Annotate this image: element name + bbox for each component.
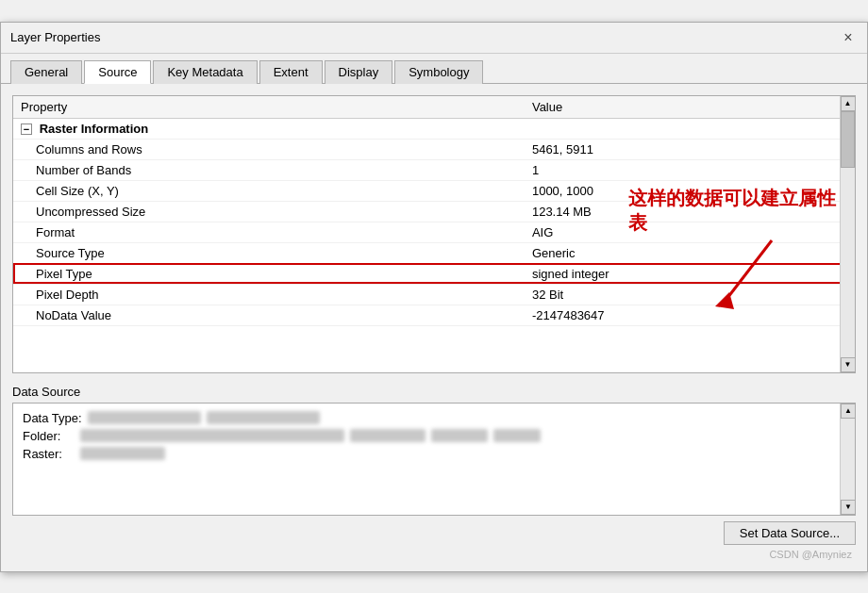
tab-key-metadata[interactable]: Key Metadata <box>153 60 257 84</box>
value-cell: -2147483647 <box>525 305 855 325</box>
value-cell: 32 Bit <box>525 284 855 305</box>
ds-type-label: Data Type: <box>23 411 82 425</box>
props-scrollbar[interactable]: ▲ ▼ <box>840 96 855 372</box>
collapse-icon[interactable]: − <box>21 124 32 135</box>
ds-folder-value3 <box>431 429 488 442</box>
ds-scrollbar-down[interactable]: ▼ <box>841 500 856 515</box>
property-cell: Format <box>13 222 525 242</box>
ds-scrollbar[interactable]: ▲ ▼ <box>840 404 855 515</box>
ds-raster-label: Raster: <box>23 447 75 461</box>
dialog-title: Layer Properties <box>10 30 100 44</box>
scrollbar-thumb[interactable] <box>841 111 855 168</box>
table-row: NoData Value -2147483647 <box>13 305 855 325</box>
value-cell: 1000, 1000 <box>525 180 855 201</box>
value-cell: 5461, 5911 <box>525 139 855 159</box>
ds-scrollbar-up[interactable]: ▲ <box>841 404 856 419</box>
data-source-box: Data Type: Folder: Raster: ▲ <box>12 403 856 516</box>
value-cell: Generic <box>525 242 855 263</box>
button-row: Set Data Source... <box>12 516 856 547</box>
data-source-label: Data Source <box>12 385 856 399</box>
ds-raster-value <box>80 447 165 460</box>
value-cell: 123.14 MB <box>525 201 855 222</box>
tab-extent[interactable]: Extent <box>259 60 323 84</box>
section-label: Raster Information <box>40 122 149 136</box>
ds-folder-label: Folder: <box>23 429 75 443</box>
layer-properties-dialog: Layer Properties × General Source Key Me… <box>0 22 868 572</box>
tab-content: Property Value − Raster Information <box>1 84 867 571</box>
tab-bar: General Source Key Metadata Extent Displ… <box>1 54 867 84</box>
value-cell: AIG <box>525 222 855 242</box>
close-button[interactable]: × <box>839 28 858 47</box>
ds-type-value2 <box>207 411 320 424</box>
property-cell: Pixel Depth <box>13 284 525 305</box>
ds-folder-line: Folder: <box>23 429 845 443</box>
property-cell: Cell Size (X, Y) <box>13 180 525 201</box>
property-cell: Pixel Type <box>13 263 525 284</box>
col-property-header: Property <box>13 96 525 119</box>
property-cell: NoData Value <box>13 305 525 325</box>
value-cell: 1 <box>525 159 855 180</box>
scrollbar-up-arrow[interactable]: ▲ <box>841 96 856 111</box>
value-cell: signed integer <box>525 263 855 284</box>
title-bar: Layer Properties × <box>1 23 867 54</box>
ds-folder-value <box>80 429 344 442</box>
table-row: Pixel Depth 32 Bit <box>13 284 855 305</box>
property-cell: Number of Bands <box>13 159 525 180</box>
ds-raster-line: Raster: <box>23 447 845 461</box>
watermark: CSDN @Amyniez <box>12 547 856 560</box>
table-row: Uncompressed Size 123.14 MB <box>13 201 855 222</box>
set-data-source-button[interactable]: Set Data Source... <box>724 521 856 545</box>
section-header-row: − Raster Information <box>13 118 855 139</box>
property-cell: Columns and Rows <box>13 139 525 159</box>
tab-general[interactable]: General <box>10 60 82 84</box>
table-row-highlighted: Pixel Type signed integer <box>13 263 855 284</box>
col-value-header: Value <box>525 96 855 119</box>
table-row: Cell Size (X, Y) 1000, 1000 <box>13 180 855 201</box>
property-cell: Uncompressed Size <box>13 201 525 222</box>
scrollbar-down-arrow[interactable]: ▼ <box>841 357 856 372</box>
table-row: Number of Bands 1 <box>13 159 855 180</box>
tab-symbology[interactable]: Symbology <box>394 60 483 84</box>
ds-scrollbar-track[interactable] <box>841 419 855 500</box>
tab-source[interactable]: Source <box>84 60 151 84</box>
table-row: Source Type Generic <box>13 242 855 263</box>
property-cell: Source Type <box>13 242 525 263</box>
properties-table: Property Value − Raster Information <box>13 96 855 326</box>
ds-folder-value2 <box>350 429 426 442</box>
ds-folder-value4 <box>493 429 541 442</box>
properties-section: Property Value − Raster Information <box>12 95 856 373</box>
ds-type-value <box>88 411 201 424</box>
table-row: Format AIG <box>13 222 855 242</box>
tab-display[interactable]: Display <box>325 60 393 84</box>
scrollbar-track[interactable] <box>841 111 855 357</box>
table-row: Columns and Rows 5461, 5911 <box>13 139 855 159</box>
ds-type-line: Data Type: <box>23 411 845 425</box>
data-source-section: Data Source Data Type: Folder: Raster: <box>12 385 856 516</box>
